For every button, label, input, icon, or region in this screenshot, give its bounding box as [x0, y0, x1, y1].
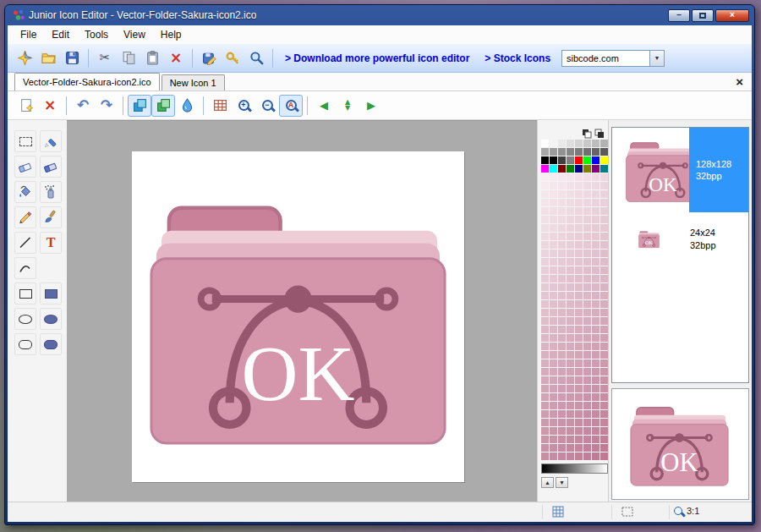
color-swatch[interactable] — [600, 156, 608, 164]
color-swatch[interactable] — [558, 182, 566, 189]
color-swatch[interactable] — [567, 326, 574, 333]
color-swatch[interactable] — [550, 250, 557, 257]
color-swatch[interactable] — [567, 173, 574, 181]
color-swatch[interactable] — [550, 419, 557, 426]
color-swatch[interactable] — [592, 309, 599, 316]
color-swatch[interactable] — [583, 275, 591, 282]
color-swatch[interactable] — [583, 419, 591, 426]
color-swatch[interactable] — [600, 343, 608, 350]
color-swatch[interactable] — [592, 233, 599, 240]
selection-tool-button[interactable] — [14, 130, 36, 152]
color-swatch[interactable] — [541, 444, 549, 452]
color-swatch[interactable] — [558, 283, 566, 291]
color-swatch[interactable] — [600, 266, 608, 274]
color-swatch[interactable] — [575, 402, 583, 409]
color-swatch[interactable] — [575, 173, 583, 181]
titlebar[interactable]: Junior Icon Editor - Vector-Folder-Sakur… — [8, 5, 752, 25]
color-swatch[interactable] — [541, 275, 549, 282]
color-swatch[interactable] — [592, 207, 599, 215]
color-swatch[interactable] — [583, 207, 591, 215]
close-button[interactable]: × — [715, 9, 749, 22]
color-swatch[interactable] — [600, 334, 608, 342]
color-swatch[interactable] — [575, 300, 583, 308]
color-swatch[interactable] — [600, 182, 608, 189]
color-swatch[interactable] — [567, 334, 574, 342]
color-swatch[interactable] — [567, 376, 574, 384]
color-swatch[interactable] — [558, 410, 566, 418]
color-swatch[interactable] — [583, 266, 591, 274]
color-swatch[interactable] — [558, 334, 566, 342]
color-swatch[interactable] — [575, 452, 583, 460]
color-swatch[interactable] — [583, 250, 591, 257]
color-swatch[interactable] — [600, 410, 608, 418]
paste-button[interactable] — [140, 47, 164, 69]
save-as-button[interactable] — [197, 47, 221, 69]
color-swatch[interactable] — [575, 351, 583, 359]
color-swatch[interactable] — [592, 402, 599, 409]
color-swatch[interactable] — [558, 224, 566, 232]
color-swatch[interactable] — [541, 224, 549, 232]
color-swatch[interactable] — [600, 207, 608, 215]
color-swatch[interactable] — [575, 250, 583, 257]
color-swatch[interactable] — [583, 216, 591, 223]
color-swatch[interactable] — [583, 334, 591, 342]
color-swatch[interactable] — [567, 452, 574, 460]
color-swatch[interactable] — [600, 283, 608, 291]
color-swatch[interactable] — [583, 385, 591, 392]
color-swatch[interactable] — [550, 283, 557, 291]
color-swatch[interactable] — [583, 436, 591, 443]
color-swatch[interactable] — [558, 309, 566, 316]
color-swatch[interactable] — [567, 368, 574, 376]
color-swatch[interactable] — [600, 359, 608, 367]
color-swatch[interactable] — [550, 436, 557, 443]
copy-button[interactable] — [117, 47, 140, 69]
color-swatch[interactable] — [541, 436, 549, 443]
color-swatch[interactable] — [592, 216, 599, 223]
color-swatch[interactable] — [567, 266, 574, 274]
color-swatch[interactable] — [592, 444, 599, 452]
pencil-tool-button[interactable] — [14, 206, 36, 228]
color-swatch[interactable] — [550, 182, 557, 189]
color-swatch[interactable] — [583, 427, 591, 435]
color-swatch[interactable] — [592, 283, 599, 291]
color-swatch[interactable] — [575, 258, 583, 266]
color-swatch[interactable] — [600, 173, 608, 181]
color-swatch[interactable] — [592, 410, 599, 418]
color-swatch[interactable] — [550, 292, 557, 299]
color-swatch[interactable] — [558, 402, 566, 409]
palette-scroll-down-button[interactable]: ▼ — [556, 477, 568, 488]
color-swatch[interactable] — [567, 165, 574, 173]
color-swatch[interactable] — [575, 410, 583, 418]
delete-image-button[interactable]: × — [38, 95, 62, 117]
color-swatch[interactable] — [583, 258, 591, 266]
color-swatch[interactable] — [600, 351, 608, 359]
color-swatch[interactable] — [592, 224, 599, 232]
color-swatch[interactable] — [583, 165, 591, 173]
color-swatch[interactable] — [550, 351, 557, 359]
color-swatch[interactable] — [575, 385, 583, 392]
color-swatch[interactable] — [567, 427, 574, 435]
color-swatch[interactable] — [575, 140, 583, 147]
color-swatch[interactable] — [550, 233, 557, 240]
color-swatch[interactable] — [558, 173, 566, 181]
color-swatch[interactable] — [575, 393, 583, 401]
color-swatch[interactable] — [541, 427, 549, 435]
tab-new-icon[interactable]: New Icon 1 — [162, 74, 225, 90]
color-swatch[interactable] — [583, 393, 591, 401]
minimize-button[interactable]: – — [668, 9, 690, 22]
search-icons-button[interactable] — [244, 47, 268, 69]
color-swatch[interactable] — [583, 241, 591, 249]
color-swatch[interactable] — [575, 334, 583, 342]
color-swatch[interactable] — [550, 444, 557, 452]
color-swatch[interactable] — [541, 343, 549, 350]
color-swatch[interactable] — [558, 376, 566, 384]
color-swatch[interactable] — [541, 250, 549, 257]
color-swatch[interactable] — [567, 148, 574, 156]
color-swatch[interactable] — [550, 300, 557, 308]
color-swatch[interactable] — [550, 241, 557, 249]
color-swatch[interactable] — [592, 190, 599, 198]
color-swatch[interactable] — [567, 359, 574, 367]
toggle-preview-panel-button[interactable] — [151, 95, 175, 117]
redo-button[interactable]: ↷ — [95, 95, 118, 117]
color-swatch[interactable] — [600, 292, 608, 299]
